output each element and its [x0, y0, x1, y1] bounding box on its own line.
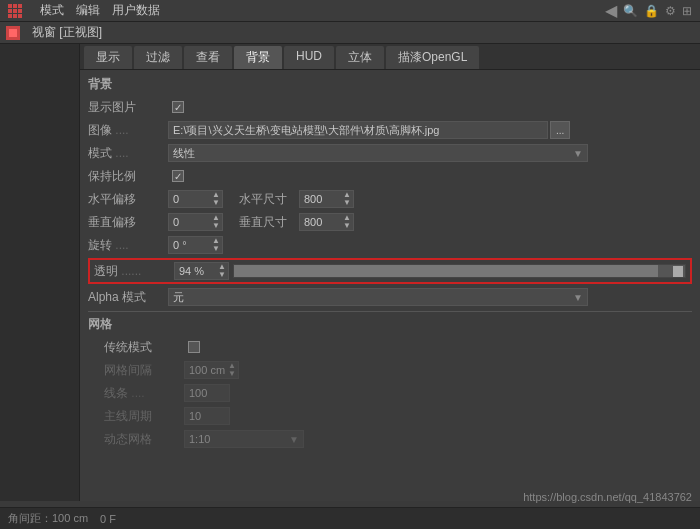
view-label: 视窗 [正视图]: [28, 24, 106, 41]
tab-filter[interactable]: 过滤: [134, 46, 182, 69]
expand-icon[interactable]: ⊞: [682, 4, 692, 18]
rotation-down[interactable]: ▼: [212, 245, 220, 253]
transparency-slider-track[interactable]: [233, 264, 686, 278]
grid-spacing-label: 网格间隔: [104, 362, 184, 379]
content-area: 显示 过滤 查看 背景 HUD 立体 描漆OpenGL 背景 显示图片 图像 .…: [80, 44, 700, 501]
divider: [88, 311, 692, 312]
h-size-arrows[interactable]: ▲ ▼: [343, 191, 351, 207]
h-offset-label: 水平偏移: [88, 191, 168, 208]
rotation-arrows[interactable]: ▲ ▼: [212, 237, 220, 253]
menu-userdata[interactable]: 用户数据: [112, 2, 160, 19]
tab-display[interactable]: 显示: [84, 46, 132, 69]
keep-ratio-row: 保持比例: [88, 166, 692, 186]
keep-ratio-label: 保持比例: [88, 168, 168, 185]
alpha-mode-select[interactable]: 元 ▼: [168, 288, 588, 306]
tabs-row: 显示 过滤 查看 背景 HUD 立体 描漆OpenGL: [80, 44, 700, 70]
angle-label: 角间距：100 cm: [8, 511, 88, 526]
zero-field: 0 F: [100, 513, 116, 525]
image-label: 图像 ....: [88, 122, 168, 139]
lines-row: 线条 .... 100: [88, 383, 692, 403]
image-path-row: 图像 .... ...: [88, 120, 692, 140]
image-path-input[interactable]: [168, 121, 548, 139]
mode-row: 模式 .... 线性 ▼: [88, 143, 692, 163]
alpha-mode-label: Alpha 模式: [88, 289, 168, 306]
view-indicator-icon: [6, 26, 20, 40]
h-offset-down[interactable]: ▼: [212, 199, 220, 207]
h-size-down[interactable]: ▼: [343, 199, 351, 207]
mode-label: 模式 ....: [88, 145, 168, 162]
main-period-spinner[interactable]: 10: [184, 407, 230, 425]
h-offset-arrows[interactable]: ▲ ▼: [212, 191, 220, 207]
background-section-title: 背景: [88, 76, 692, 93]
grid-spacing-row: 网格间隔 100 cm ▲ ▼: [88, 360, 692, 380]
v-size-arrows[interactable]: ▲ ▼: [343, 214, 351, 230]
left-sidebar: [0, 44, 80, 501]
v-offset-arrows[interactable]: ▲ ▼: [212, 214, 220, 230]
h-offset-spinner[interactable]: 0 ▲ ▼: [168, 190, 223, 208]
tab-background[interactable]: 背景: [234, 46, 282, 69]
transparency-row: 透明 ...... 94 % ▲ ▼: [88, 258, 692, 284]
h-size-label: 水平尺寸: [239, 191, 299, 208]
v-offset-row: 垂直偏移 0 ▲ ▼ 垂直尺寸 800 ▲ ▼: [88, 212, 692, 232]
v-offset-label: 垂直偏移: [88, 214, 168, 231]
v-size-label: 垂直尺寸: [239, 214, 299, 231]
toolbar-row: 视窗 [正视图]: [0, 22, 700, 44]
keep-ratio-checkbox[interactable]: [172, 170, 184, 182]
lock-icon[interactable]: 🔒: [644, 4, 659, 18]
transparency-arrows[interactable]: ▲ ▼: [218, 263, 226, 279]
show-image-row: 显示图片: [88, 97, 692, 117]
show-image-checkbox[interactable]: [172, 101, 184, 113]
background-panel: 背景 显示图片 图像 .... ... 模式 ....: [80, 70, 700, 458]
transparency-slider-fill: [234, 265, 658, 277]
menu-edit[interactable]: 编辑: [76, 2, 100, 19]
transparency-spinner[interactable]: 94 % ▲ ▼: [174, 262, 229, 280]
grid-spacing-arrows[interactable]: ▲ ▼: [228, 362, 236, 378]
tab-opengl[interactable]: 描漆OpenGL: [386, 46, 479, 69]
main-period-row: 主线周期 10: [88, 406, 692, 426]
rotation-label: 旋转 ....: [88, 237, 168, 254]
h-offset-row: 水平偏移 0 ▲ ▼ 水平尺寸 800 ▲ ▼: [88, 189, 692, 209]
bottom-bar: 角间距：100 cm 0 F: [0, 507, 700, 529]
dynamic-grid-select[interactable]: 1:10 ▼: [184, 430, 304, 448]
transparency-label: 透明 ......: [94, 263, 174, 280]
transparency-down[interactable]: ▼: [218, 271, 226, 279]
watermark: https://blog.csdn.net/qq_41843762: [523, 491, 692, 503]
search-icon[interactable]: 🔍: [623, 4, 638, 18]
v-size-spinner[interactable]: 800 ▲ ▼: [299, 213, 354, 231]
grid-section-title: 网格: [88, 316, 692, 333]
legacy-mode-checkbox[interactable]: [188, 341, 200, 353]
show-image-label: 显示图片: [88, 99, 168, 116]
v-size-down[interactable]: ▼: [343, 222, 351, 230]
menu-bar: 模式 编辑 用户数据 ◀ 🔍 🔒 ⚙ ⊞: [0, 0, 700, 22]
top-icons: ◀ 🔍 🔒 ⚙ ⊞: [605, 1, 692, 20]
tab-view[interactable]: 查看: [184, 46, 232, 69]
tab-hud[interactable]: HUD: [284, 46, 334, 69]
v-offset-spinner[interactable]: 0 ▲ ▼: [168, 213, 223, 231]
back-arrow-icon[interactable]: ◀: [605, 1, 617, 20]
mode-select[interactable]: 线性 ▼: [168, 144, 588, 162]
legacy-mode-label: 传统模式: [104, 339, 184, 356]
grid-spacing-spinner[interactable]: 100 cm ▲ ▼: [184, 361, 239, 379]
rotation-row: 旋转 .... 0 ° ▲ ▼: [88, 235, 692, 255]
grid-section: 网格 传统模式 网格间隔 100 cm ▲ ▼: [88, 316, 692, 449]
menu-mode[interactable]: 模式: [40, 2, 64, 19]
tab-stereo[interactable]: 立体: [336, 46, 384, 69]
grid-spacing-down[interactable]: ▼: [228, 370, 236, 378]
main-layout: 显示 过滤 查看 背景 HUD 立体 描漆OpenGL 背景 显示图片 图像 .…: [0, 44, 700, 501]
v-offset-down[interactable]: ▼: [212, 222, 220, 230]
transparency-slider-handle: [673, 266, 683, 277]
rotation-spinner[interactable]: 0 ° ▲ ▼: [168, 236, 223, 254]
app-grid-icon: [8, 4, 22, 18]
lines-label: 线条 ....: [104, 385, 184, 402]
lines-spinner[interactable]: 100: [184, 384, 230, 402]
settings-icon[interactable]: ⚙: [665, 4, 676, 18]
legacy-mode-row: 传统模式: [88, 337, 692, 357]
image-browse-button[interactable]: ...: [550, 121, 570, 139]
alpha-mode-row: Alpha 模式 元 ▼: [88, 287, 692, 307]
dynamic-grid-row: 动态网格 1:10 ▼: [88, 429, 692, 449]
main-period-label: 主线周期: [104, 408, 184, 425]
h-size-spinner[interactable]: 800 ▲ ▼: [299, 190, 354, 208]
dynamic-grid-label: 动态网格: [104, 431, 184, 448]
